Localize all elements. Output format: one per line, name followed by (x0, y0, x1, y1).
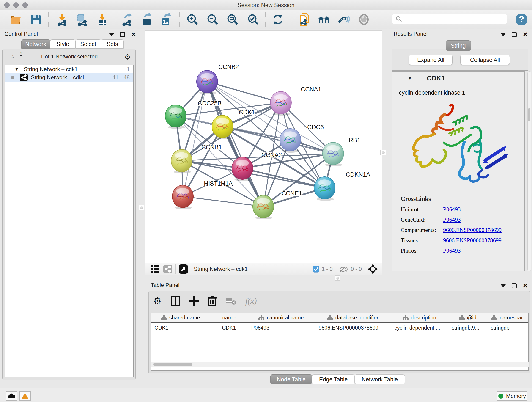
collection-expand-icon[interactable]: ▼ (15, 67, 19, 72)
control-panel-title: Control Panel (5, 31, 38, 37)
panel-menu-icon[interactable] (109, 33, 114, 36)
hide-graphics-details-icon[interactable] (337, 13, 350, 26)
tab-select[interactable]: Select (75, 39, 101, 49)
left-splitter-handle[interactable] (139, 205, 144, 210)
node-label-ccne1: CCNE1 (282, 190, 302, 197)
warning-button[interactable] (19, 391, 31, 401)
bottom-splitter-handle[interactable] (335, 275, 341, 281)
function-builder-icon[interactable]: f(x) (245, 296, 257, 306)
delete-column-icon[interactable] (208, 296, 216, 306)
export-table-icon[interactable] (140, 13, 153, 26)
panel-float-icon[interactable] (512, 32, 517, 37)
search-bar[interactable] (392, 14, 507, 24)
crosslink-link[interactable]: P06493 (443, 217, 461, 223)
memory-button[interactable]: Memory (497, 391, 527, 401)
zoom-in-icon[interactable] (186, 13, 199, 26)
result-entry-header[interactable]: ▼ CDK1 (393, 71, 525, 85)
table-hscrollbar-thumb[interactable] (153, 363, 192, 366)
column-type-icon (459, 315, 465, 320)
birds-eye-view-icon[interactable] (179, 264, 188, 274)
network-node-ccne1[interactable]: CCNE1 (253, 190, 302, 219)
apply-layout-icon[interactable] (272, 13, 284, 26)
import-network-database-icon[interactable] (75, 13, 88, 26)
export-network-icon[interactable] (121, 13, 133, 26)
panel-menu-icon[interactable] (500, 284, 506, 287)
crosslink-link[interactable]: 9606.ENSP00000378699 (443, 227, 501, 233)
crosslink-label: GeneCard: (401, 217, 443, 223)
results-scrollbar-thumb[interactable] (528, 108, 530, 121)
tab-edge-table[interactable]: Edge Table (312, 375, 355, 384)
network-icon-gray[interactable] (163, 265, 172, 274)
network-node-cdkn1a[interactable]: CDKN1A (314, 171, 370, 201)
right-splitter-handle[interactable] (380, 150, 386, 155)
tab-string[interactable]: String (446, 40, 471, 51)
results-panel-title: Results Panel (394, 31, 428, 37)
column-header-label: description (411, 315, 436, 321)
panel-close-icon[interactable]: ✕ (131, 32, 136, 37)
main-toolbar: ? (0, 10, 532, 29)
homes-icon[interactable] (317, 13, 330, 26)
zoom-fit-icon[interactable] (226, 13, 239, 26)
edge-CCNE1-HIST1H1A[interactable] (183, 196, 263, 206)
network-row-selected[interactable]: String Network – cdk1 11 48 (5, 73, 133, 82)
column-header-database-identifier[interactable]: database identifier (315, 313, 391, 322)
expand-all-button[interactable]: Expand All (409, 55, 453, 65)
network-node-ccnb2[interactable]: CCNB2 (196, 64, 239, 95)
tab-network[interactable]: Network (21, 39, 50, 49)
fit-content-crosshair-icon[interactable] (368, 264, 378, 274)
hidden-eye-slash-icon[interactable] (339, 266, 348, 273)
clone-network-icon[interactable] (298, 13, 311, 26)
network-collection-row[interactable]: ▼ String Network – cdk1 1 (5, 65, 133, 73)
add-column-icon[interactable] (189, 296, 199, 306)
network-node-rb1[interactable]: RB1 (323, 137, 360, 166)
import-table-file-icon[interactable] (96, 13, 109, 26)
tab-style[interactable]: Style (50, 39, 75, 49)
delete-table-icon[interactable] (226, 297, 236, 305)
crosslink-link[interactable]: 9606.ENSP00000378699 (443, 237, 501, 244)
help-icon[interactable]: ? (515, 13, 528, 26)
render-mode-icon[interactable] (357, 13, 370, 26)
export-image-icon[interactable] (160, 13, 172, 26)
panel-close-icon[interactable]: ✕ (523, 32, 528, 37)
zoom-out-icon[interactable] (206, 13, 219, 26)
panel-menu-icon[interactable] (500, 33, 506, 36)
entry-collapse-icon[interactable]: ▼ (408, 76, 412, 81)
grid-view-icon[interactable] (151, 265, 159, 273)
network-options-gear-icon[interactable]: ⚙ (124, 52, 131, 61)
panel-float-icon[interactable] (512, 283, 517, 288)
save-session-icon[interactable] (30, 13, 43, 26)
column-header-namespac[interactable]: namespac (487, 313, 528, 322)
selected-checkbox-icon[interactable] (312, 266, 319, 273)
column-header-description[interactable]: description (391, 313, 448, 322)
collapse-all-button[interactable]: Collapse All (460, 55, 510, 65)
column-header-canonical-name[interactable]: canonical name (247, 313, 315, 322)
column-header-label: name (222, 315, 235, 321)
open-session-icon[interactable] (9, 13, 22, 26)
table-row[interactable]: CDK1CDK1P064939606.ENSP00000378699cyclin… (151, 323, 528, 333)
panel-float-icon[interactable] (120, 32, 125, 37)
table-options-gear-icon[interactable]: ⚙ (153, 296, 162, 306)
column-type-icon (403, 315, 409, 320)
show-columns-icon[interactable] (171, 296, 180, 306)
column-header-name[interactable]: name (210, 313, 247, 322)
crosslink-link[interactable]: P06493 (443, 206, 461, 213)
cloud-button[interactable] (6, 391, 17, 401)
column-type-icon (491, 315, 497, 320)
network-node-hist1h1a[interactable]: HIST1H1A (172, 180, 233, 209)
zoom-selected-icon[interactable] (247, 13, 260, 26)
column-header--id[interactable]: @id (448, 313, 487, 322)
panel-close-icon[interactable]: ✕ (523, 283, 528, 288)
network-node-ccna1[interactable]: CCNA1 (270, 86, 321, 115)
network-canvas[interactable]: CCNB2CCNA1CDC25BCDK1CDC6RB1CCNB1CCNA2CDK… (145, 31, 382, 263)
column-header-shared-name[interactable]: shared name (151, 313, 210, 322)
crosslink-label: Tissues: (401, 237, 443, 244)
tab-node-table[interactable]: Node Table (270, 375, 312, 384)
search-input[interactable] (404, 15, 507, 23)
import-network-file-icon[interactable] (56, 13, 69, 26)
table-hscrollbar[interactable] (151, 362, 529, 367)
tab-sets[interactable]: Sets (101, 39, 124, 49)
edge-CCNB2-HIST1H1A[interactable] (183, 82, 207, 196)
tab-network-table[interactable]: Network Table (355, 375, 405, 384)
results-scrollbar[interactable] (527, 71, 531, 271)
crosslink-link[interactable]: P06493 (443, 248, 461, 254)
